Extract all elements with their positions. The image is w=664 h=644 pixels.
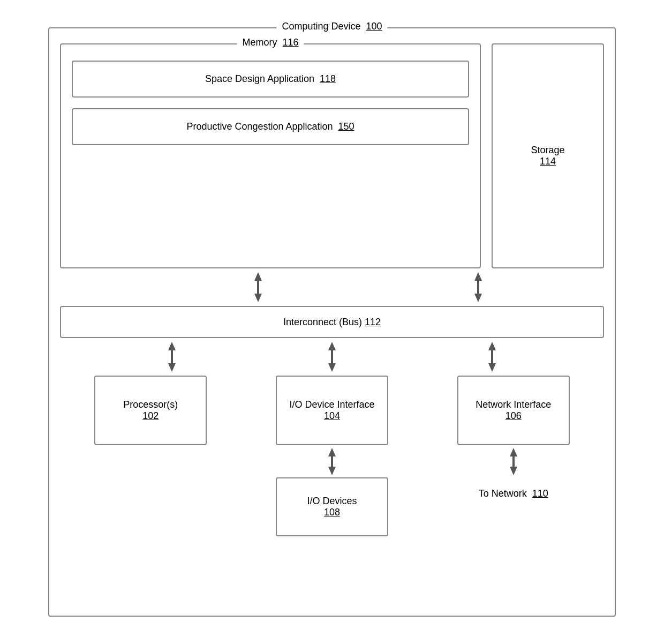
storage-box: Storage 114 — [492, 43, 604, 268]
bus-box: Interconnect (Bus) 112 — [60, 306, 604, 338]
processors-num: 102 — [142, 410, 159, 421]
network-interface-box: Network Interface 106 — [457, 376, 570, 445]
productive-congestion-box: Productive Congestion Application 150 — [72, 108, 469, 145]
computing-device-box: Computing Device 100 Memory 116 Space De… — [48, 27, 616, 617]
svg-marker-15 — [328, 448, 336, 456]
svg-rect-16 — [331, 456, 333, 467]
bus-component-arrows — [60, 338, 604, 376]
io-devices-box: I/O Devices 108 — [276, 477, 388, 536]
io-interface-col: I/O Device Interface 104 — [242, 376, 423, 536]
network-interface-num: 106 — [505, 410, 522, 421]
io-devices-text: I/O Devices — [307, 496, 357, 506]
svg-marker-18 — [510, 448, 517, 456]
diagram-wrapper: Computing Device 100 Memory 116 Space De… — [37, 19, 627, 625]
top-row: Memory 116 Space Design Application 118 … — [60, 43, 604, 268]
memory-bus-arrow — [250, 268, 266, 306]
bus-processor-arrow — [164, 338, 180, 376]
memory-label: Memory 116 — [237, 37, 304, 48]
processor-col: Processor(s) 102 — [60, 376, 242, 445]
svg-rect-1 — [257, 281, 259, 294]
svg-marker-17 — [328, 467, 336, 475]
svg-rect-10 — [331, 350, 333, 363]
svg-marker-14 — [488, 363, 496, 372]
storage-num: 114 — [540, 156, 556, 167]
svg-marker-8 — [168, 363, 176, 372]
io-interface-box: I/O Device Interface 104 — [276, 376, 388, 445]
svg-marker-11 — [328, 363, 336, 372]
network-interface-network-arrow — [505, 445, 522, 477]
main-layout: Memory 116 Space Design Application 118 … — [60, 38, 604, 605]
storage-bus-arrow — [470, 268, 486, 306]
storage-text: Storage — [531, 145, 564, 155]
svg-marker-3 — [474, 272, 482, 281]
memory-text: Memory — [242, 37, 277, 48]
productive-congestion-num: 150 — [338, 121, 354, 132]
top-arrows-row — [60, 268, 604, 306]
svg-marker-5 — [474, 294, 482, 302]
to-network-num: 110 — [532, 488, 548, 499]
space-design-text: Space Design Application — [205, 73, 314, 84]
space-design-num: 118 — [320, 73, 336, 84]
io-interface-num: 104 — [324, 410, 340, 421]
interconnect-text: Interconnect (Bus) — [283, 317, 362, 328]
svg-marker-12 — [488, 342, 496, 350]
svg-marker-0 — [254, 272, 262, 281]
memory-num: 116 — [282, 37, 298, 48]
to-network-text: To Network — [479, 488, 527, 499]
bottom-components-row: Processor(s) 102 I/O Device Interface 10… — [60, 376, 604, 536]
processor-box: Processor(s) 102 — [94, 376, 207, 445]
memory-box: Memory 116 Space Design Application 118 … — [60, 43, 481, 268]
computing-device-text: Computing Device — [282, 21, 360, 32]
bus-io-interface-arrow — [324, 338, 340, 376]
io-devices-num: 108 — [324, 507, 340, 518]
svg-rect-4 — [477, 281, 479, 294]
space-design-box: Space Design Application 118 — [72, 61, 469, 98]
svg-marker-9 — [328, 342, 336, 350]
svg-rect-13 — [491, 350, 493, 363]
svg-rect-7 — [171, 350, 173, 363]
bus-network-arrow — [484, 338, 500, 376]
computing-device-label: Computing Device 100 — [276, 21, 387, 32]
productive-congestion-text: Productive Congestion Application — [186, 121, 333, 132]
svg-marker-2 — [254, 294, 262, 302]
svg-rect-19 — [512, 456, 515, 467]
network-interface-text: Network Interface — [476, 399, 551, 410]
svg-marker-6 — [168, 342, 176, 350]
io-interface-text: I/O Device Interface — [289, 399, 374, 410]
io-interface-devices-arrow — [324, 445, 340, 477]
svg-marker-20 — [510, 467, 517, 475]
processors-text: Processor(s) — [123, 399, 178, 410]
interconnect-num: 112 — [365, 317, 381, 328]
to-network-label: To Network 110 — [479, 488, 548, 499]
network-interface-col: Network Interface 106 To — [422, 376, 604, 499]
computing-device-num: 100 — [366, 21, 382, 32]
